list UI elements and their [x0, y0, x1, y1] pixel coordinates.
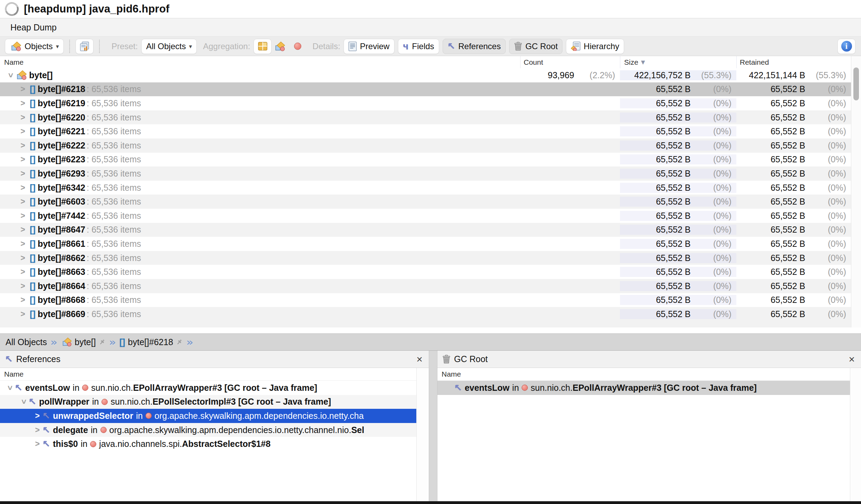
expand-chevron[interactable]: > [33, 411, 42, 421]
column-header-name[interactable]: Name [4, 58, 24, 66]
expand-chevron[interactable]: > [18, 99, 28, 108]
preset-label: Preset: [112, 42, 138, 51]
reference-row[interactable]: >↖pollWrapperinsun.nio.ch.EPollSelectorI… [0, 395, 416, 409]
expand-chevron[interactable]: > [18, 225, 28, 234]
pin-icon[interactable] [176, 339, 183, 345]
reference-row[interactable]: >↖delegateinorg.apache.skywalking.apm.de… [0, 423, 416, 437]
column-header-retained[interactable]: Retained [740, 58, 769, 66]
reference-row[interactable]: >↖this$0injava.nio.channels.spi.Abstract… [0, 437, 416, 451]
scrollbar-thumb[interactable] [853, 68, 859, 100]
aggregation-instances-toggle[interactable] [289, 39, 306, 54]
expand-chevron[interactable]: > [33, 425, 42, 435]
reference-row[interactable]: >↖eventsLowinsun.nio.ch.EPollArrayWrappe… [0, 381, 416, 395]
array-icon: [] [30, 253, 36, 263]
breadcrumb-instance[interactable]: [] byte[]#6218 [119, 337, 183, 347]
breadcrumb: All Objects » byte[] » [] [0, 333, 861, 351]
expand-chevron[interactable]: > [18, 169, 28, 178]
array-icon: [] [30, 98, 36, 108]
fields-button[interactable]: ч Fields [398, 39, 439, 54]
breadcrumb-class[interactable]: byte[] [61, 337, 106, 347]
preview-button[interactable]: Preview [344, 39, 394, 54]
expand-chevron[interactable]: > [19, 397, 28, 407]
instance-icon [101, 399, 108, 405]
object-row[interactable]: >[]byte[]#6342 : 65,536 items65,552 B(0%… [0, 181, 851, 195]
info-button[interactable]: i [837, 39, 855, 54]
object-row[interactable]: >[]byte[]#6603 : 65,536 items65,552 B(0%… [0, 195, 851, 209]
object-row[interactable]: >[]byte[]#8663 : 65,536 items65,552 B(0%… [0, 265, 851, 279]
references-scrollbar[interactable] [416, 368, 429, 501]
gc-root-scrollbar[interactable] [850, 368, 861, 501]
instance-items: : 65,536 items [87, 112, 141, 123]
instance-icon [90, 441, 96, 447]
tab-heap-dump[interactable]: Heap Dump [10, 22, 56, 33]
class-icon [17, 70, 27, 80]
array-icon: [] [30, 197, 36, 207]
aggregation-classes-toggle[interactable] [272, 39, 289, 54]
object-row[interactable]: >[]byte[]#6220 : 65,536 items65,552 B(0%… [0, 110, 851, 125]
reference-row[interactable]: >↖unwrappedSelectorinorg.apache.skywalki… [0, 409, 416, 423]
gc-root-panel-title: GC Root [454, 354, 488, 364]
class-icon [62, 338, 72, 346]
class-icon [11, 42, 21, 51]
expand-chevron[interactable]: > [18, 267, 28, 277]
info-icon: i [841, 41, 852, 52]
expand-chevron[interactable]: > [5, 383, 15, 393]
expand-chevron[interactable]: > [6, 70, 15, 80]
expand-chevron[interactable]: > [18, 141, 28, 150]
object-row[interactable]: >[]byte[]#6219 : 65,536 items65,552 B(0%… [0, 96, 851, 110]
pin-icon[interactable] [99, 339, 106, 345]
references-name-header[interactable]: Name [0, 368, 429, 381]
object-row[interactable]: >[]byte[]#6293 : 65,536 items65,552 B(0%… [0, 166, 851, 181]
preview-button-label: Preview [360, 42, 389, 51]
object-row[interactable]: >[]byte[]#8664 : 65,536 items65,552 B(0%… [0, 279, 851, 293]
breadcrumb-chevron-icon: » [109, 336, 116, 348]
expand-chevron[interactable]: > [18, 309, 28, 319]
gc-root-name-header[interactable]: Name [437, 368, 861, 381]
references-button[interactable]: ↖ References [443, 39, 506, 54]
expand-chevron[interactable]: > [33, 439, 42, 449]
expand-chevron[interactable]: > [18, 253, 28, 263]
class-row[interactable]: >byte[]93,969(2.2%)422,156,752 B(55.3%)4… [0, 68, 851, 82]
gc-root-button[interactable]: GC Root [509, 39, 562, 54]
instance-icon [294, 43, 301, 50]
object-row[interactable]: >[]byte[]#6218 : 65,536 items65,552 B(0%… [0, 82, 851, 97]
column-header-count[interactable]: Count [524, 58, 543, 66]
gc-root-row[interactable]: ↖eventsLowinsun.nio.ch.EPollArrayWrapper… [437, 381, 850, 395]
instance-items: : 65,536 items [87, 169, 141, 179]
object-row[interactable]: >[]byte[]#6221 : 65,536 items65,552 B(0%… [0, 124, 851, 138]
instance-name: byte[]#8661 [38, 239, 86, 249]
preset-dropdown[interactable]: All Objects ▾ [141, 39, 197, 54]
array-icon: [] [30, 154, 36, 164]
expand-chevron[interactable]: > [18, 113, 28, 122]
expand-chevron[interactable]: > [18, 155, 28, 164]
aggregation-table-toggle[interactable] [254, 39, 272, 54]
expand-chevron[interactable]: > [18, 127, 28, 136]
expand-chevron[interactable]: > [18, 281, 28, 291]
panel-splitter[interactable] [429, 351, 437, 501]
expand-chevron[interactable]: > [18, 211, 28, 220]
object-row[interactable]: >[]byte[]#8647 : 65,536 items65,552 B(0%… [0, 223, 851, 237]
close-icon[interactable]: × [849, 354, 855, 364]
expand-chevron[interactable]: > [18, 84, 28, 94]
array-icon: [] [30, 225, 36, 235]
report-button[interactable] [76, 39, 94, 54]
expand-chevron[interactable]: > [18, 183, 28, 192]
hierarchy-button[interactable]: Hierarchy [566, 39, 624, 54]
objects-dropdown-button[interactable]: Objects ▾ [5, 39, 64, 54]
object-row[interactable]: >[]byte[]#8669 : 65,536 items65,552 B(0%… [0, 307, 851, 321]
expand-chevron[interactable]: > [18, 295, 28, 305]
expand-chevron[interactable]: > [18, 197, 28, 206]
object-row[interactable]: >[]byte[]#6223 : 65,536 items65,552 B(0%… [0, 153, 851, 167]
table-scrollbar[interactable] [851, 56, 861, 327]
array-icon: [] [30, 112, 36, 123]
object-row[interactable]: >[]byte[]#8662 : 65,536 items65,552 B(0%… [0, 251, 851, 265]
object-row[interactable]: >[]byte[]#6222 : 65,536 items65,552 B(0%… [0, 138, 851, 153]
object-row[interactable]: >[]byte[]#7442 : 65,536 items65,552 B(0%… [0, 209, 851, 223]
close-icon[interactable]: × [416, 354, 423, 364]
expand-chevron[interactable]: > [18, 239, 28, 249]
breadcrumb-root[interactable]: All Objects [6, 337, 47, 347]
object-row[interactable]: >[]byte[]#8661 : 65,536 items65,552 B(0%… [0, 237, 851, 251]
instance-name: byte[]#6603 [38, 197, 86, 207]
column-header-size[interactable]: Size ▼ [624, 58, 645, 66]
object-row[interactable]: >[]byte[]#8668 : 65,536 items65,552 B(0%… [0, 293, 851, 307]
